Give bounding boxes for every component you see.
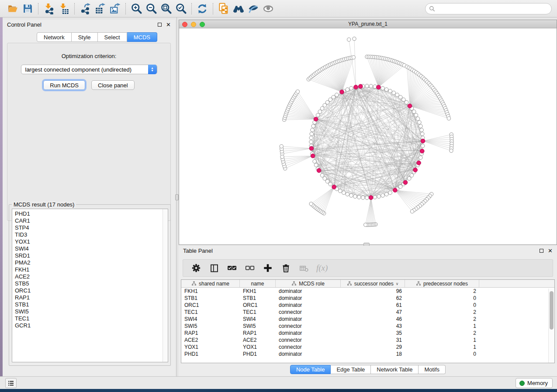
mcds-result-item[interactable]: TEC1 [12,315,168,322]
new-network-from-selection-icon[interactable] [216,2,231,16]
selected-mcds-node[interactable] [420,149,424,153]
tab-mcds[interactable]: MCDS [127,32,157,42]
network-canvas[interactable] [179,28,557,244]
mcds-result-item[interactable]: ORC1 [12,287,168,294]
list-scrollbar[interactable] [163,209,168,362]
export-image-icon[interactable] [107,2,122,16]
column-header-shared-name[interactable]: shared name [181,280,240,287]
selected-mcds-node[interactable] [358,84,363,89]
mcds-result-item[interactable]: STP4 [12,224,168,231]
zoom-out-icon[interactable] [144,2,159,16]
column-header-MCDS-role[interactable]: MCDS role [276,280,341,287]
mcds-result-item[interactable]: SWI5 [12,308,168,315]
float-window-icon[interactable] [540,249,543,253]
save-session-icon[interactable] [20,2,35,16]
tab-style[interactable]: Style [72,32,98,42]
network-window-titlebar[interactable]: YPA_prune.txt_1 [179,20,557,28]
mcds-result-item[interactable]: PHD1 [12,210,168,217]
delete-column-icon[interactable] [280,263,291,273]
table-scrollbar[interactable] [548,289,554,363]
selected-mcds-node[interactable] [354,85,358,89]
add-column-icon[interactable] [263,263,273,273]
zoom-in-icon[interactable] [129,2,144,16]
selected-mcds-node[interactable] [317,168,321,173]
selected-mcds-node[interactable] [311,154,315,158]
table-row[interactable]: PHD1PHD1dominator180 [181,351,554,358]
selected-mcds-node[interactable] [408,104,412,108]
selected-mcds-node[interactable] [413,168,418,172]
table-row[interactable]: RAP1RAP1dominator352 [181,330,554,337]
column-header-successor-nodes[interactable]: successor nodes∨ [341,280,405,287]
open-file-icon[interactable] [5,2,20,16]
apply-preferred-layout-icon[interactable] [195,2,210,16]
find-icon[interactable] [231,2,246,16]
close-window-icon[interactable] [182,22,187,27]
tab-select[interactable]: Select [98,32,127,42]
selected-mcds-node[interactable] [309,146,314,151]
optimization-criterion-select[interactable]: largest connected component (undirected)… [21,65,157,74]
selected-mcds-node[interactable] [340,90,344,94]
table-row[interactable]: STB1STB1dominator620 [181,295,554,302]
float-window-icon[interactable] [158,23,162,27]
close-panel-icon[interactable]: ✕ [166,23,171,27]
mcds-result-item[interactable]: YOX1 [12,238,168,245]
zoom-fit-content-icon[interactable] [159,2,173,16]
selected-mcds-node[interactable] [417,161,421,165]
memory-button[interactable]: Memory [515,378,553,388]
table-row[interactable]: ACE2ACE2connector311 [181,337,554,344]
maximize-window-icon[interactable] [200,22,205,27]
vertical-splitter[interactable] [175,17,179,376]
run-mcds-button[interactable]: Run MCDS [43,80,85,90]
tab-network[interactable]: Network [37,32,72,42]
selected-mcds-node[interactable] [403,180,408,185]
hide-selected-icon[interactable] [246,2,261,16]
search-field[interactable] [425,3,552,14]
show-column-panel-icon[interactable] [209,263,219,273]
mcds-result-item[interactable]: STB5 [12,280,168,287]
table-row[interactable]: SWI5SWI5connector431 [181,323,554,330]
mcds-result-item[interactable]: ACE2 [12,273,168,280]
mcds-result-item[interactable]: TID3 [12,231,168,238]
splitter-handle[interactable] [175,194,179,200]
task-history-button[interactable] [5,378,17,388]
mcds-result-item[interactable]: FKH1 [12,266,168,273]
import-network-from-file-icon[interactable] [42,2,56,16]
search-input[interactable] [435,6,551,12]
table-row[interactable]: FKH1FKH1dominator962 [181,288,554,295]
show-all-icon[interactable] [261,2,276,16]
selected-mcds-node[interactable] [421,139,425,143]
function-builder-icon[interactable]: f(x) [316,263,328,273]
mcds-result-item[interactable]: SRD1 [12,252,168,259]
import-table-from-file-icon[interactable] [56,2,71,16]
tab-edge-table[interactable]: Edge Table [331,365,371,374]
table-row[interactable]: YOX1YOX1connector291 [181,344,554,351]
selected-mcds-node[interactable] [377,85,381,89]
selected-mcds-node[interactable] [314,117,318,121]
close-panel-button[interactable]: Close panel [91,80,135,90]
mcds-result-item[interactable]: RAP1 [12,294,168,301]
table-options-gear-icon[interactable] [191,263,201,273]
close-panel-icon[interactable]: ✕ [548,249,553,253]
mcds-result-item[interactable]: PMA2 [12,259,168,266]
export-network-icon[interactable] [78,2,93,16]
minimize-window-icon[interactable] [191,22,196,27]
mcds-result-item[interactable]: STB1 [12,301,168,308]
deselect-all-rows-icon[interactable] [245,263,255,273]
tab-node-table[interactable]: Node Table [290,365,331,374]
selected-mcds-node[interactable] [393,188,398,193]
tab-motifs[interactable]: Motifs [419,365,446,374]
tab-network-table[interactable]: Network Table [371,365,419,374]
scrollbar-thumb[interactable] [550,291,554,330]
selected-mcds-node[interactable] [369,196,373,200]
zoom-selected-region-icon[interactable] [173,2,188,16]
table-row[interactable]: ORC1ORC1dominator610 [181,302,554,309]
mcds-result-item[interactable]: GCR1 [12,322,168,329]
network-graph[interactable] [179,28,557,244]
selected-mcds-node[interactable] [332,185,336,189]
table-row[interactable]: TEC1TEC1connector472 [181,309,554,316]
clear-table-icon[interactable] [298,263,309,273]
mcds-result-list[interactable]: PHD1CAR1STP4TID3YOX1SWI4SRD1PMA2FKH1ACE2… [12,209,168,362]
table-row[interactable]: SWI4SWI4dominator462 [181,316,554,323]
select-all-rows-icon[interactable] [227,263,237,273]
export-table-icon[interactable] [93,2,107,16]
